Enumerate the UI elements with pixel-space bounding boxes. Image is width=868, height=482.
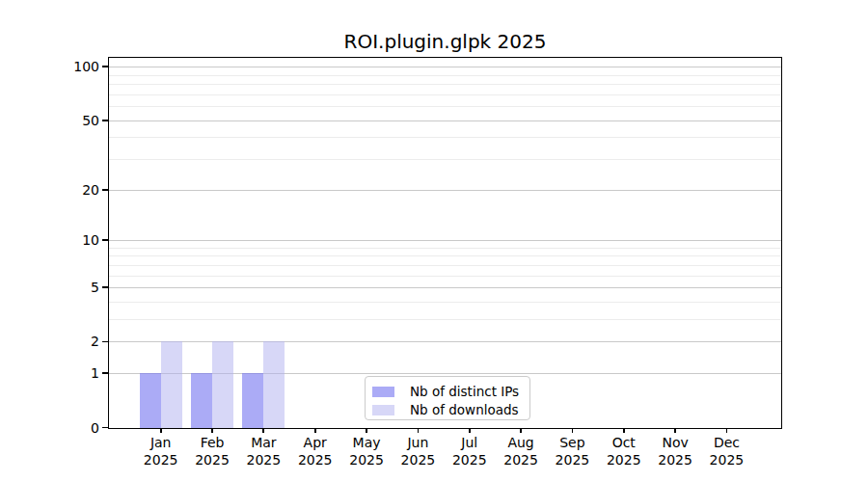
- x-tick: [572, 428, 574, 433]
- gridline-major: [109, 341, 781, 342]
- y-tick-label: 100: [41, 59, 99, 74]
- y-tick-label: 1: [41, 365, 99, 381]
- y-tick: [102, 120, 108, 121]
- y-tick: [102, 66, 108, 67]
- x-tick: [211, 428, 213, 433]
- gridline-minor: [109, 106, 781, 107]
- legend-label-downloads: Nb of downloads: [410, 402, 519, 417]
- gridline-major: [109, 287, 781, 288]
- x-tick-month: Dec: [688, 435, 765, 452]
- gridline-minor: [109, 159, 781, 160]
- y-tick-label: 50: [41, 113, 99, 128]
- gridline-minor: [109, 248, 781, 249]
- legend-swatch-distinct-ips: [372, 387, 394, 397]
- gridline-minor: [109, 84, 781, 85]
- x-tick: [726, 428, 728, 433]
- x-tick: [674, 428, 676, 433]
- bar-distinct-ips: [242, 373, 263, 427]
- plot-canvas: [109, 58, 781, 428]
- gridline-minor: [109, 319, 781, 320]
- y-tick: [102, 341, 108, 343]
- x-tick-year: 2025: [688, 452, 765, 469]
- x-tick: [160, 428, 162, 433]
- chart-title: ROI.plugin.glpk 2025: [109, 30, 781, 53]
- bar-downloads: [212, 341, 233, 427]
- gridline-major: [109, 190, 781, 191]
- x-tick: [623, 428, 625, 433]
- gridline-minor: [109, 276, 781, 277]
- legend-label-distinct-ips: Nb of distinct IPs: [410, 384, 519, 399]
- chart-figure: ROI.plugin.glpk 2025 Nb of distinct IPs …: [0, 0, 868, 482]
- gridline-major: [109, 240, 781, 241]
- x-tick: [520, 428, 522, 433]
- x-tick: [469, 428, 471, 433]
- bar-downloads: [263, 341, 285, 427]
- gridline-minor: [109, 75, 781, 76]
- bar-distinct-ips: [191, 373, 212, 427]
- y-tick: [102, 427, 108, 429]
- bar-downloads: [161, 341, 182, 427]
- y-tick-label: 20: [41, 182, 99, 198]
- gridline-minor: [109, 302, 781, 303]
- gridline-minor: [109, 94, 781, 95]
- y-tick-label: 5: [41, 280, 99, 295]
- y-tick-label: 10: [41, 232, 99, 248]
- y-tick: [102, 286, 108, 288]
- y-tick-label: 2: [41, 334, 99, 349]
- x-tick: [366, 428, 367, 433]
- bar-distinct-ips: [140, 373, 161, 427]
- legend-swatch-downloads: [372, 405, 394, 415]
- legend-entry-distinct-ips: Nb of distinct IPs: [372, 383, 522, 401]
- plot-area: Nb of distinct IPs Nb of downloads: [109, 58, 781, 428]
- x-tick: [314, 428, 316, 433]
- x-tick-label: Dec2025: [688, 435, 765, 469]
- legend: Nb of distinct IPs Nb of downloads: [365, 376, 530, 420]
- gridline-minor: [109, 265, 781, 266]
- gridline-minor: [109, 137, 781, 138]
- legend-entry-downloads: Nb of downloads: [372, 401, 522, 419]
- x-tick: [262, 428, 264, 433]
- y-tick: [102, 189, 108, 191]
- gridline-minor: [109, 255, 781, 256]
- y-tick: [102, 239, 108, 241]
- y-tick-label: 0: [41, 420, 99, 436]
- gridline-major: [109, 67, 781, 67]
- y-tick: [102, 372, 108, 374]
- x-tick: [418, 428, 420, 433]
- gridline-major: [109, 120, 781, 121]
